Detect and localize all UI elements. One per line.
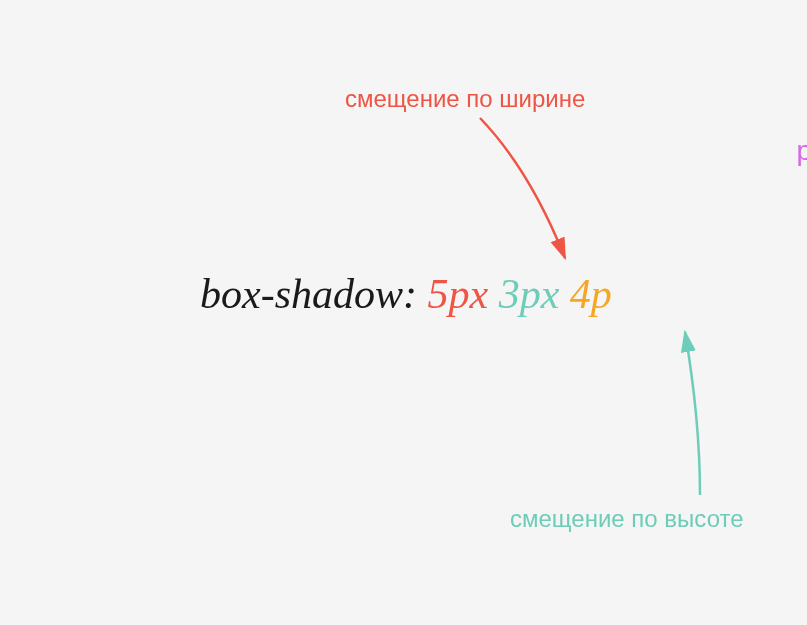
css-value-2: 3px <box>499 271 560 317</box>
partial-text-right: р <box>796 135 807 167</box>
arrow-to-3px <box>685 332 700 495</box>
arrow-to-5px <box>480 118 565 258</box>
css-value-3: 4p <box>570 271 612 317</box>
css-declaration: box-shadow: 5px 3px 4p <box>200 270 612 318</box>
height-offset-label: смещение по высоте <box>510 505 744 533</box>
css-value-1: 5px <box>427 271 488 317</box>
css-property: box-shadow: <box>200 271 417 317</box>
width-offset-label: смещение по ширине <box>345 85 585 113</box>
